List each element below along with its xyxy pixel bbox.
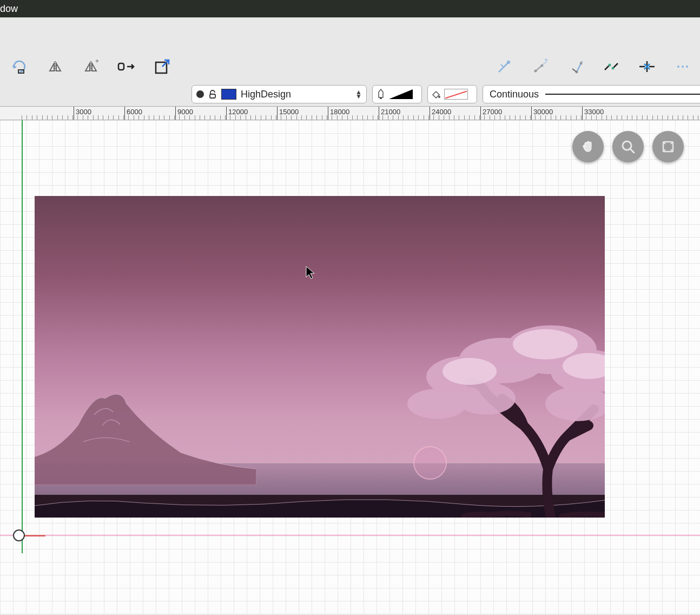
linetype-preview-icon: [545, 94, 700, 95]
drawing-canvas[interactable]: [0, 120, 700, 614]
pen-icon: [377, 89, 385, 100]
x-axis-indicator: [24, 535, 45, 537]
split-tool[interactable]: [114, 54, 140, 80]
svg-text:+: +: [544, 58, 548, 64]
ruler-tick: 27000: [480, 107, 502, 120]
window-title: dow: [0, 3, 18, 15]
svg-point-16: [580, 62, 583, 64]
ruler-tick: 18000: [328, 107, 349, 120]
mirror-array-tool[interactable]: +: [78, 54, 104, 80]
svg-point-29: [438, 96, 440, 98]
ruler-tick: 21000: [379, 107, 400, 120]
window-titlebar: dow: [0, 0, 700, 17]
lineweight-selector[interactable]: [372, 85, 422, 103]
trim-tool[interactable]: [491, 54, 517, 80]
mirror-icon: [47, 58, 64, 75]
split-icon: [117, 60, 136, 73]
fit-button[interactable]: [652, 131, 684, 162]
svg-rect-27: [210, 94, 215, 98]
external-icon: [154, 58, 171, 75]
ruler-tick: 15000: [277, 107, 299, 120]
linetype-label: Continuous: [490, 89, 539, 100]
fillet-icon: [567, 58, 584, 75]
break-tool[interactable]: [598, 54, 624, 80]
origin-marker[interactable]: [13, 529, 25, 541]
svg-point-40: [443, 358, 497, 385]
svg-rect-4: [118, 63, 124, 70]
linetype-selector[interactable]: Continuous: [483, 85, 700, 103]
magnifier-icon: [620, 139, 636, 155]
paint-bucket-icon: [431, 89, 441, 99]
fillet-tool[interactable]: [563, 54, 589, 80]
svg-point-7: [507, 61, 510, 64]
svg-point-41: [513, 329, 578, 359]
properties-bar: HighDesign ▲▼ Continuous: [0, 82, 700, 106]
stepper-icon: ▲▼: [355, 90, 362, 99]
trim-icon: [496, 58, 513, 75]
x-axis-line: [0, 535, 700, 535]
more-dots-icon: [676, 63, 689, 70]
svg-point-19: [609, 63, 611, 66]
ruler-tick: 33000: [582, 107, 604, 120]
zoom-button[interactable]: [612, 131, 644, 162]
mirror-copy-icon: +: [82, 58, 100, 75]
svg-text:+: +: [95, 58, 99, 65]
vertical-guide[interactable]: [22, 120, 23, 553]
lineweight-wedge-icon: [389, 89, 413, 99]
image-tree: [388, 301, 605, 518]
break-icon: [603, 58, 620, 75]
main-toolbar: + +: [0, 17, 700, 82]
svg-point-39: [407, 389, 467, 419]
ruler-tick: 30000: [531, 107, 553, 120]
layer-color-swatch: [221, 89, 236, 100]
svg-point-26: [686, 66, 688, 68]
layer-selector[interactable]: HighDesign ▲▼: [191, 85, 367, 103]
extend-tool[interactable]: +: [527, 54, 553, 80]
fit-screen-icon: [660, 139, 676, 155]
svg-line-11: [536, 66, 542, 71]
more-tool[interactable]: [670, 54, 696, 80]
layer-name-label: HighDesign: [241, 89, 291, 100]
ruler-tick: 24000: [430, 107, 451, 120]
svg-point-38: [545, 387, 605, 421]
svg-rect-28: [380, 97, 382, 99]
svg-point-25: [682, 66, 684, 68]
svg-point-37: [456, 382, 516, 415]
unlock-icon: [208, 90, 217, 99]
svg-line-8: [501, 64, 503, 67]
view-controls: [572, 131, 684, 162]
placed-image[interactable]: [35, 196, 605, 518]
svg-line-31: [630, 149, 634, 153]
no-fill-swatch: [444, 89, 468, 100]
horizontal-ruler[interactable]: 3000600090001200015000180002100024000270…: [0, 106, 700, 120]
image-mountain: [35, 382, 256, 485]
intersect-tool[interactable]: [634, 54, 660, 80]
layer-visibility-icon: [196, 90, 204, 98]
intersect-icon: [637, 58, 657, 75]
mirror-h-tool[interactable]: [42, 54, 68, 80]
hand-icon: [580, 139, 596, 155]
svg-point-20: [612, 67, 615, 69]
expand-tool[interactable]: [149, 54, 175, 80]
svg-point-24: [677, 66, 679, 68]
rotate-tool[interactable]: [6, 54, 32, 80]
pan-button[interactable]: [572, 131, 604, 162]
ruler-tick: 12000: [226, 107, 248, 120]
fill-selector[interactable]: [427, 85, 477, 103]
cursor-pointer-icon: [305, 265, 316, 283]
extend-icon: +: [531, 58, 549, 75]
origin-circle-icon: [13, 529, 25, 541]
rotate-icon: [11, 58, 28, 75]
